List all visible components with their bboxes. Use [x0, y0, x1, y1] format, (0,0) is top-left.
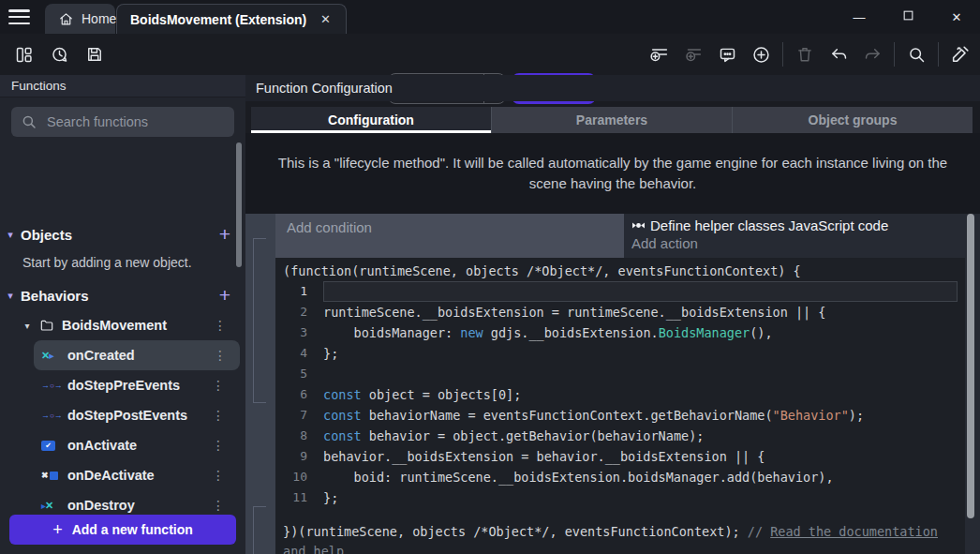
add-subevent-icon[interactable]: [681, 42, 705, 67]
choose-event-icon[interactable]: [749, 42, 773, 67]
code-line-8[interactable]: 8const behavior = object.getBehavior(beh…: [275, 426, 965, 446]
project-manager-icon[interactable]: [11, 42, 36, 67]
kebab-menu-icon[interactable]: ⋮: [212, 498, 225, 513]
close-tab-icon[interactable]: ✕: [319, 12, 333, 26]
tab-boidsmovement-extension[interactable]: BoidsMovement (Extension) ✕: [116, 4, 347, 34]
tab-home[interactable]: Home: [45, 4, 115, 34]
minimize-icon[interactable]: —: [851, 10, 868, 24]
line-number: 2: [275, 302, 307, 322]
toolbar-divider: [894, 42, 895, 67]
line-number: 9: [275, 446, 307, 467]
objects-section-header[interactable]: ▾ Objects +: [0, 219, 245, 249]
code-text: runtimeScene.__boidsExtension = runtimeS…: [323, 302, 958, 322]
code-text: [323, 364, 958, 384]
sidebar-item-dosteppreevents[interactable]: →○→doStepPreEvents⋮: [0, 370, 245, 400]
event-rail: [245, 214, 275, 554]
code-line-4[interactable]: 4};: [275, 343, 965, 364]
sidebar-item-onactivate[interactable]: ✔onActivate⋮: [0, 430, 245, 460]
undo-icon[interactable]: [826, 42, 851, 67]
chevron-down-icon[interactable]: ▾: [0, 290, 21, 302]
search-icon: [21, 113, 37, 130]
objects-header-label: Objects: [21, 227, 72, 243]
code-footer-line: })(runtimeScene, objects /*Object*/, eve…: [275, 522, 965, 554]
chevron-down-icon[interactable]: ▾: [0, 229, 21, 241]
add-event-icon[interactable]: [647, 42, 672, 67]
behavior-group-label: BoidsMovement: [62, 318, 167, 333]
event-bracket: [253, 506, 266, 554]
code-line-2[interactable]: 2runtimeScene.__boidsExtension = runtime…: [275, 302, 965, 322]
tab-configuration[interactable]: Configuration: [251, 107, 491, 133]
js-event-title[interactable]: Define helper classes JavaScript code: [631, 217, 980, 233]
sidebar-item-movetoposition[interactable]: »MoveToPosition⋮: [0, 550, 245, 554]
toolbar-divider: [938, 42, 939, 67]
code-line-9[interactable]: 9behavior.__boidsExtension = behavior.__…: [275, 446, 965, 467]
behaviors-section-header[interactable]: ▾ Behaviors +: [0, 280, 245, 310]
code-line-5[interactable]: 5: [275, 364, 965, 384]
lifecycle-description-text: This is a "lifecycle method". It will be…: [264, 153, 961, 194]
dostep-icon: →○→: [41, 408, 62, 423]
line-number: 8: [275, 426, 307, 446]
line-number: 3: [275, 322, 307, 343]
code-text: const behavior = object.getBehavior(beha…: [323, 426, 958, 446]
add-behavior-button[interactable]: +: [219, 284, 230, 307]
kebab-menu-icon[interactable]: ⋮: [212, 438, 225, 453]
add-object-button[interactable]: +: [219, 223, 230, 246]
code-line-6[interactable]: 6const object = objects[0];: [275, 384, 965, 405]
ondestroy-icon: ▸✕: [41, 498, 62, 513]
add-action-label[interactable]: Add action: [631, 235, 980, 251]
ondeactivate-icon: ✖: [41, 468, 62, 483]
tab-parameters[interactable]: Parameters: [491, 107, 732, 133]
sidebar-item-ondeactivate[interactable]: ✖onDeActivate⋮: [0, 460, 245, 490]
main-menu-icon[interactable]: [8, 9, 30, 24]
tab-doc-label: BoidsMovement (Extension): [130, 12, 306, 27]
js-code-icon: [631, 219, 646, 232]
toolbar: Preview Share: [0, 34, 980, 75]
sidebar-item-oncreated[interactable]: ✕▸onCreated⋮: [34, 340, 240, 370]
line-number: 5: [275, 364, 307, 384]
line-number: 11: [275, 487, 307, 508]
code-text: boidsManager: new gdjs.__boidsExtension.…: [323, 322, 958, 343]
chevron-down-icon[interactable]: ▾: [19, 321, 36, 331]
behavior-group-boidsmovement[interactable]: ▾ BoidsMovement ⋮: [0, 311, 245, 339]
line-number: 4: [275, 343, 307, 364]
redo-icon[interactable]: [860, 42, 884, 67]
maximize-icon[interactable]: [899, 9, 916, 24]
js-code-editor[interactable]: (function(runtimeScene, objects /*Object…: [275, 258, 965, 554]
code-lines: 12runtimeScene.__boidsExtension = runtim…: [275, 281, 965, 508]
save-icon[interactable]: [82, 42, 107, 67]
events-scrollbar[interactable]: [967, 214, 974, 518]
window-controls: — ✕: [851, 0, 980, 34]
kebab-menu-icon[interactable]: ⋮: [212, 378, 225, 393]
sidebar-item-dosteppostevents[interactable]: →○→doStepPostEvents⋮: [0, 400, 245, 430]
kebab-menu-icon[interactable]: ⋮: [214, 348, 227, 363]
add-function-button[interactable]: + Add a new function: [9, 515, 236, 545]
delete-icon[interactable]: [793, 42, 817, 67]
add-function-label: Add a new function: [72, 522, 193, 537]
tab-object-groups[interactable]: Object groups: [732, 107, 973, 133]
edit-extension-icon[interactable]: [948, 42, 973, 67]
configuration-tabs: Configuration Parameters Object groups: [251, 107, 973, 133]
line-number: 6: [275, 384, 307, 405]
search-functions-input[interactable]: [47, 114, 215, 129]
event-bracket: [253, 238, 266, 403]
code-line-1[interactable]: 1: [275, 281, 965, 302]
kebab-menu-icon[interactable]: ⋮: [212, 468, 225, 483]
plus-icon: +: [52, 520, 63, 540]
version-history-icon[interactable]: [47, 42, 71, 67]
add-condition-cell[interactable]: Add condition: [275, 214, 624, 258]
function-label: onDestroy: [67, 498, 135, 513]
function-label: doStepPreEvents: [67, 378, 180, 393]
code-line-3[interactable]: 3 boidsManager: new gdjs.__boidsExtensio…: [275, 322, 965, 343]
kebab-menu-icon[interactable]: ⋮: [214, 318, 227, 333]
add-condition-label: Add condition: [287, 219, 372, 235]
code-line-7[interactable]: 7const behaviorName = eventsFunctionCont…: [275, 405, 965, 426]
search-functions-box[interactable]: [11, 107, 234, 137]
code-line-10[interactable]: 10 boid: runtimeScene.__boidsExtension.b…: [275, 467, 965, 487]
gdevelop-window: Home BoidsMovement (Extension) ✕ — ✕: [0, 0, 980, 554]
code-line-11[interactable]: 11};: [275, 487, 965, 508]
kebab-menu-icon[interactable]: ⋮: [212, 408, 225, 423]
add-comment-icon[interactable]: [715, 42, 739, 67]
close-window-icon[interactable]: ✕: [948, 10, 965, 24]
sidebar-scrollbar[interactable]: [236, 142, 242, 267]
search-icon[interactable]: [904, 42, 928, 67]
